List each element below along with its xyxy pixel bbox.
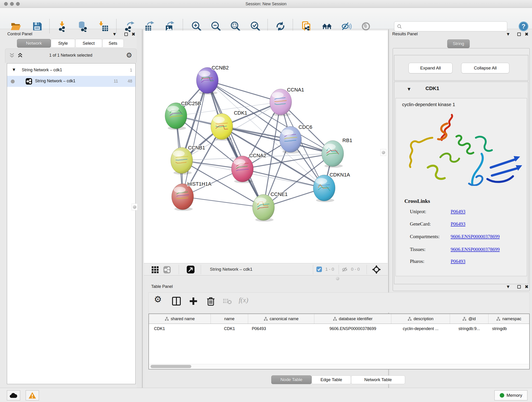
- column-type-icon: [496, 317, 500, 321]
- first-neighbors-houses-icon[interactable]: [322, 21, 332, 32]
- table-panel-menu-icon[interactable]: ▼: [507, 285, 510, 289]
- hidden-eye-slash-icon: [341, 266, 348, 274]
- warnings-button[interactable]: [26, 390, 39, 400]
- zoom-out-icon[interactable]: [210, 21, 221, 32]
- left-splitter-handle[interactable]: [132, 204, 138, 211]
- create-column-plus-icon[interactable]: [188, 296, 198, 307]
- network-options-gear-icon[interactable]: ⚙: [126, 51, 132, 59]
- control-panel-float-icon[interactable]: [124, 32, 128, 36]
- collection-expander-icon[interactable]: ▼: [13, 68, 15, 72]
- column-type-icon: [462, 317, 467, 321]
- zoom-fit-icon[interactable]: [230, 21, 241, 32]
- network-collection-row[interactable]: ▼ String Network – cdk1 1: [7, 65, 135, 76]
- network-edge[interactable]: [207, 80, 264, 207]
- hide-selected-eye-slash-icon[interactable]: [341, 21, 352, 32]
- import-network-database-icon[interactable]: [77, 21, 89, 32]
- tab-select[interactable]: Select: [75, 39, 102, 48]
- column-header[interactable]: namespac: [488, 314, 529, 324]
- cloud-button[interactable]: [7, 390, 20, 400]
- column-header[interactable]: name: [211, 314, 248, 324]
- control-panel-close-icon[interactable]: ✖: [132, 32, 135, 37]
- column-header[interactable]: shared name: [149, 314, 211, 324]
- scrollbar-thumb[interactable]: [151, 365, 191, 368]
- zoom-selected-icon[interactable]: [250, 21, 261, 32]
- column-header[interactable]: @id: [450, 314, 488, 324]
- table-cell[interactable]: stringdb:9...: [450, 324, 488, 333]
- table-cell[interactable]: cyclin-dependent ...: [391, 324, 450, 333]
- column-header[interactable]: canonical name: [248, 314, 314, 324]
- selected-checkbox-icon[interactable]: [316, 266, 322, 273]
- table-cell[interactable]: CDK1: [211, 324, 248, 333]
- crosslink-pharos-link[interactable]: P06493: [451, 259, 465, 264]
- network-edge[interactable]: [183, 197, 264, 207]
- tab-sets[interactable]: Sets: [102, 39, 124, 48]
- horizontal-splitter-handle[interactable]: [336, 277, 339, 280]
- column-type-icon: [264, 317, 268, 321]
- save-session-icon[interactable]: [32, 21, 43, 32]
- export-network-icon[interactable]: [124, 21, 135, 32]
- crosslink-uniprot-link[interactable]: P06493: [451, 209, 465, 215]
- right-splitter-handle[interactable]: [380, 149, 386, 156]
- function-builder-icon[interactable]: f(x): [239, 296, 248, 304]
- results-panel-menu-icon[interactable]: ▼: [507, 32, 510, 36]
- grid-view-icon[interactable]: [151, 266, 159, 274]
- table-cell[interactable]: 9606.ENSP00000378699: [314, 324, 391, 333]
- import-table-file-icon[interactable]: [98, 21, 109, 32]
- table-cell[interactable]: stringdb: [488, 324, 529, 333]
- zoom-in-icon[interactable]: [191, 21, 202, 32]
- copy-style-documents-icon[interactable]: [301, 21, 312, 32]
- open-session-icon[interactable]: [10, 21, 21, 32]
- network-row-selected[interactable]: String Network – cdk1 11 48: [7, 76, 135, 87]
- crosslink-tissues-link[interactable]: 9606.ENSP00000378699: [451, 247, 500, 252]
- gene-expander-icon[interactable]: ▼: [408, 87, 410, 91]
- column-header[interactable]: description: [391, 314, 450, 324]
- show-columns-icon[interactable]: [171, 296, 181, 307]
- refresh-layout-icon[interactable]: [275, 21, 286, 32]
- help-icon[interactable]: ?: [518, 21, 529, 32]
- crosslink-compartments-link[interactable]: 9606.ENSP00000378699: [451, 234, 500, 240]
- delete-column-trash-icon[interactable]: [206, 296, 216, 307]
- left-splitter[interactable]: [137, 29, 144, 388]
- search-input[interactable]: [394, 21, 507, 32]
- pan-crosshair-icon[interactable]: [372, 265, 381, 275]
- tab-style[interactable]: Style: [51, 39, 75, 48]
- expand-all-button[interactable]: Expand All: [409, 63, 452, 73]
- delete-table-icon[interactable]: [223, 298, 232, 306]
- export-image-icon[interactable]: [164, 21, 175, 32]
- gene-description: cyclin-dependent kinase 1: [402, 102, 455, 107]
- show-all-eye-icon[interactable]: [360, 21, 371, 32]
- window-title: Session: New Session: [0, 2, 532, 6]
- crosslink-genecard-link[interactable]: P06493: [451, 221, 465, 227]
- birds-eye-view-icon[interactable]: [186, 265, 195, 274]
- network-canvas[interactable]: CCNB2CCNA1CDC25BCDK1CDC6RB1CCNB1CCNA2CDK…: [144, 31, 388, 263]
- tab-network[interactable]: Network: [17, 39, 51, 48]
- table-cell[interactable]: P06493: [248, 324, 314, 333]
- export-table-icon[interactable]: [144, 21, 155, 32]
- control-panel-menu-icon[interactable]: ▼: [113, 32, 116, 36]
- network-edge[interactable]: [242, 169, 324, 188]
- tab-node-table[interactable]: Node Table: [271, 375, 312, 384]
- network-edge[interactable]: [207, 80, 281, 102]
- node-label-CCNE1: CCNE1: [271, 191, 288, 197]
- table-settings-gear-icon[interactable]: ⚙: [154, 294, 162, 304]
- column-header[interactable]: database identifier: [314, 314, 391, 324]
- network-share-view-icon[interactable]: [163, 266, 171, 274]
- collapse-all-button[interactable]: Collapse All: [461, 63, 509, 73]
- network-view-toolbar: String Network – cdk1 1 - 0 0 - 0: [144, 263, 388, 275]
- network-graph[interactable]: CCNB2CCNA1CDC25BCDK1CDC6RB1CCNB1CCNA2CDK…: [144, 31, 388, 263]
- results-panel-float-icon[interactable]: [517, 32, 521, 36]
- import-network-file-icon[interactable]: [57, 21, 68, 32]
- tab-network-table[interactable]: Network Table: [351, 375, 405, 384]
- table-panel-close-icon[interactable]: ✖: [525, 284, 529, 289]
- table-horizontal-scrollbar[interactable]: [149, 364, 529, 369]
- memory-button[interactable]: Memory: [494, 390, 527, 400]
- column-type-icon: [333, 317, 337, 321]
- table-cell[interactable]: CDK1: [149, 324, 211, 333]
- table-panel-float-icon[interactable]: [517, 285, 521, 288]
- network-edge[interactable]: [183, 80, 207, 197]
- tab-edge-table[interactable]: Edge Table: [312, 375, 351, 384]
- tab-string[interactable]: String: [447, 39, 470, 48]
- results-panel-close-icon[interactable]: ✖: [525, 32, 529, 37]
- status-bar: Memory: [0, 388, 532, 402]
- network-edge[interactable]: [222, 127, 333, 153]
